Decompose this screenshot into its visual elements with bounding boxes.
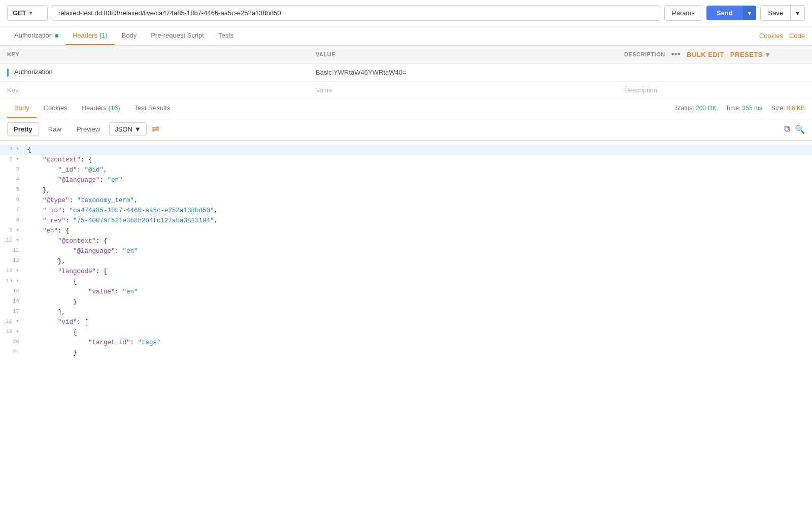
format-select[interactable]: JSON ▼	[109, 122, 147, 136]
code-line: 14 ▾ {	[0, 277, 812, 287]
size-section: Size: 8.6 KB	[771, 105, 805, 112]
line-number: 3	[4, 165, 19, 175]
time-section: Time: 355 ms	[726, 105, 762, 112]
save-dropdown-button[interactable]: ▼	[790, 6, 804, 20]
wrap-icon[interactable]: ⇌	[152, 123, 159, 135]
code-line: 1 ▾{	[0, 145, 812, 155]
line-content: "_id": "@id",	[27, 165, 808, 175]
line-number: 1 ▾	[4, 145, 19, 155]
line-number: 6	[4, 195, 19, 206]
line-number: 10 ▾	[4, 236, 19, 246]
resp-tab-headers[interactable]: Headers (16)	[75, 99, 127, 118]
value-cell-placeholder[interactable]: Value	[309, 81, 617, 98]
tab-headers[interactable]: Headers (1)	[65, 26, 115, 45]
search-icon[interactable]: 🔍	[795, 124, 805, 134]
params-button[interactable]: Params	[664, 5, 702, 21]
line-number: 21	[4, 348, 19, 358]
tab-pre-request-script[interactable]: Pre-request Script	[144, 26, 211, 45]
resp-tab-body-label: Body	[14, 104, 29, 112]
size-label: Size:	[771, 105, 785, 112]
tab-tests-label: Tests	[218, 31, 233, 39]
method-chevron: ▼	[28, 10, 33, 16]
send-dropdown-button[interactable]: ▼	[743, 6, 757, 20]
key-value: Authorization	[14, 68, 53, 76]
view-pretty-button[interactable]: Pretty	[7, 122, 39, 136]
presets-button[interactable]: Presets ▼	[730, 51, 771, 58]
url-input[interactable]	[52, 5, 660, 21]
description-column-header: DESCRIPTION ••• Bulk Edit Presets ▼	[617, 46, 812, 63]
description-cell-placeholder[interactable]: Description	[617, 81, 812, 98]
authorization-dot	[55, 34, 58, 38]
code-line: 13 ▾ "langcode": [	[0, 267, 812, 277]
time-label: Time:	[726, 105, 741, 112]
tab-authorization-label: Authorization	[14, 31, 53, 39]
code-line: 10 ▾ "@context": {	[0, 236, 812, 246]
line-content: "value": "en"	[27, 287, 808, 297]
body-toolbar-right: ⧉ 🔍	[784, 124, 805, 134]
presets-chevron-icon: ▼	[764, 51, 771, 58]
method-label: GET	[13, 9, 26, 17]
code-line: 4 "@language": "en"	[0, 175, 812, 185]
view-preview-button[interactable]: Preview	[71, 123, 106, 136]
line-number: 2 ▾	[4, 155, 19, 165]
value-cell: Basic YWRtaW46YWRtaW40=	[309, 63, 617, 82]
resp-tab-cookies-label: Cookies	[44, 104, 67, 112]
status-section: Status: 200 OK	[675, 105, 716, 112]
more-options-icon[interactable]: •••	[671, 50, 681, 59]
resp-tab-headers-label: Headers	[82, 104, 107, 112]
value-col-label: VALUE	[316, 51, 335, 57]
line-number: 19 ▾	[4, 327, 19, 338]
line-content: "@type": "taxonomy_term",	[27, 195, 808, 206]
tab-authorization[interactable]: Authorization	[7, 26, 65, 45]
cookies-code-links: Cookies Code	[759, 32, 805, 40]
line-content: },	[27, 185, 808, 195]
code-line: 6 "@type": "taxonomy_term",	[0, 195, 812, 206]
request-bar: GET ▼ Params Send ▼ Save ▼	[0, 0, 812, 26]
line-number: 11	[4, 246, 19, 256]
line-content: {	[27, 277, 808, 287]
line-content: "@language": "en"	[27, 175, 808, 185]
headers-badge: (1)	[99, 31, 108, 39]
view-raw-button[interactable]: Raw	[42, 123, 67, 136]
line-number: 15	[4, 287, 19, 297]
bulk-edit-button[interactable]: Bulk Edit	[687, 51, 724, 58]
code-line: 15 "value": "en"	[0, 287, 812, 297]
th-actions: DESCRIPTION ••• Bulk Edit Presets ▼	[624, 50, 805, 59]
code-viewer[interactable]: 1 ▾{2 ▾ "@context": {3 "_id": "@id",4 "@…	[0, 141, 812, 369]
line-number: 17	[4, 307, 19, 317]
line-number: 18 ▾	[4, 317, 19, 327]
copy-icon[interactable]: ⧉	[784, 124, 790, 134]
line-content: "langcode": [	[27, 267, 808, 277]
resp-tab-test-results[interactable]: Test Results	[127, 99, 178, 118]
line-content: "@language": "en"	[27, 246, 808, 256]
cookies-link[interactable]: Cookies	[759, 32, 783, 40]
code-wrapper: 1 ▾{2 ▾ "@context": {3 "_id": "@id",4 "@…	[0, 141, 812, 369]
line-number: 8	[4, 216, 19, 226]
tab-tests[interactable]: Tests	[211, 26, 241, 45]
tab-pre-request-script-label: Pre-request Script	[151, 31, 204, 39]
code-line: 21 }	[0, 348, 812, 358]
resp-tab-body[interactable]: Body	[7, 99, 37, 118]
line-number: 16	[4, 297, 19, 307]
line-content: "vid": [	[27, 317, 808, 327]
line-content: },	[27, 256, 808, 267]
status-value: 200 OK	[696, 105, 717, 112]
status-label: Status:	[675, 105, 694, 112]
key-placeholder: Key	[7, 86, 18, 94]
method-select[interactable]: GET ▼	[7, 5, 48, 21]
key-cell-placeholder[interactable]: Key	[0, 81, 309, 98]
table-row: Authorization Basic YWRtaW46YWRtaW40=	[0, 63, 812, 82]
format-label: JSON	[115, 125, 132, 133]
key-bar	[7, 69, 9, 77]
save-button[interactable]: Save	[761, 6, 790, 20]
code-line: 11 "@language": "en"	[0, 246, 812, 256]
tab-body[interactable]: Body	[115, 26, 144, 45]
code-link[interactable]: Code	[789, 32, 805, 40]
send-button[interactable]: Send	[706, 6, 743, 20]
presets-label: Presets	[730, 51, 763, 58]
description-cell	[617, 63, 812, 82]
code-line: 3 "_id": "@id",	[0, 165, 812, 175]
value-placeholder: Value	[316, 86, 332, 94]
resp-tab-cookies[interactable]: Cookies	[37, 99, 75, 118]
code-line: 12 },	[0, 256, 812, 267]
